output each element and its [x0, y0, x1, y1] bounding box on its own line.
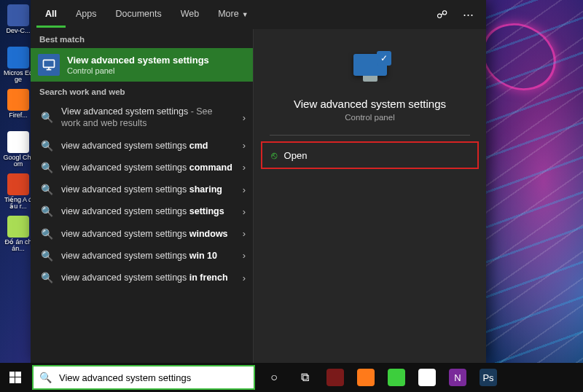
app-tile-icon: N: [449, 369, 466, 386]
search-results-list: Best match View advanced system settings…: [31, 29, 253, 363]
tab-label: More: [218, 9, 238, 19]
tab-label: All: [45, 9, 57, 19]
app-tile-icon: [357, 369, 375, 386]
search-icon: 🔍: [41, 272, 52, 283]
desktop-icon[interactable]: Googl Chrom: [3, 131, 34, 170]
app-icon: [7, 89, 29, 111]
taskbar-app-red[interactable]: [321, 363, 350, 392]
chevron-down-icon: ▼: [242, 11, 249, 18]
start-button[interactable]: [0, 363, 31, 392]
search-tabs: AllAppsDocumentsWebMore▼ ☍ ⋯: [31, 0, 486, 29]
desktop-icon[interactable]: Tiếng A đầu r...: [3, 173, 34, 213]
search-icon: 🔍: [41, 205, 52, 217]
tab-apps[interactable]: Apps: [67, 1, 106, 28]
taskbar-cortana[interactable]: ○: [259, 363, 289, 392]
desktop-icon[interactable]: Đồ án ch án...: [3, 216, 34, 255]
app-icon: [7, 216, 29, 238]
desktop-icon[interactable]: Dev-C...: [3, 4, 34, 44]
open-action[interactable]: ⎋ Open: [261, 141, 480, 169]
icon-label: Firef...: [9, 112, 28, 119]
app-icon: [7, 131, 29, 153]
app-icon: [7, 173, 29, 195]
search-icon: 🔍: [41, 140, 52, 152]
web-result-item[interactable]: 🔍 view advanced system settings windows …: [31, 223, 253, 245]
icon-label: Đồ án ch án...: [3, 239, 34, 252]
result-text: view advanced system settings settings: [61, 205, 234, 217]
more-options-icon[interactable]: ⋯: [455, 8, 480, 21]
preview-divider: [270, 135, 469, 136]
tab-label: Web: [181, 9, 199, 19]
svg-rect-4: [15, 377, 21, 383]
chevron-right-icon: ›: [243, 112, 246, 123]
search-icon: 🔍: [41, 162, 52, 173]
svg-rect-0: [44, 60, 55, 67]
chevron-right-icon: ›: [243, 140, 246, 151]
best-match-subtitle: Control panel: [67, 66, 209, 75]
preview-subtitle: Control panel: [345, 113, 394, 122]
result-text: view advanced system settings sharing: [61, 184, 234, 195]
web-result-item[interactable]: 🔍 View advanced system settings - See wo…: [31, 101, 253, 135]
section-web: Search work and web: [31, 82, 253, 101]
taskbar: 🔍 ○⧉NPs: [0, 363, 583, 392]
tab-all[interactable]: All: [36, 1, 66, 28]
result-preview-pane: ✓ View advanced system settings Control …: [253, 29, 486, 363]
web-result-item[interactable]: 🔍 view advanced system settings win 10 ›: [31, 245, 253, 267]
taskbar-app-icons: ○⧉NPs: [259, 363, 503, 392]
svg-rect-3: [9, 377, 15, 383]
best-match-title: View advanced system settings: [67, 55, 209, 66]
open-icon: ⎋: [271, 149, 277, 161]
system-settings-icon: [38, 54, 60, 76]
taskbar-onenote[interactable]: N: [443, 363, 472, 392]
desktop-icon[interactable]: Micros Edge: [3, 47, 34, 86]
section-best-match: Best match: [31, 29, 253, 48]
web-result-item[interactable]: 🔍 view advanced system settings sharing …: [31, 179, 253, 200]
taskbar-search-box[interactable]: 🔍: [32, 365, 255, 390]
web-result-item[interactable]: 🔍 view advanced system settings cmd ›: [31, 135, 253, 157]
svg-rect-1: [9, 372, 15, 377]
taskbar-photoshop[interactable]: Ps: [474, 363, 503, 392]
taskbar-chrome[interactable]: [412, 363, 442, 392]
desktop-icons-column: Dev-C...Micros EdgeFiref...Googl ChromTi…: [3, 4, 34, 258]
taskbar-taskview[interactable]: ⧉: [290, 363, 319, 392]
search-input[interactable]: [58, 372, 248, 384]
result-text: view advanced system settings win 10: [61, 250, 234, 262]
app-icon: [7, 47, 29, 68]
start-search-panel: AllAppsDocumentsWebMore▼ ☍ ⋯ Best match …: [31, 0, 486, 363]
search-icon: 🔍: [39, 372, 52, 383]
svg-rect-2: [15, 372, 21, 377]
feedback-icon[interactable]: ☍: [429, 8, 454, 21]
tab-documents[interactable]: Documents: [106, 1, 170, 28]
tab-web[interactable]: Web: [172, 1, 208, 28]
icon-label: Tiếng A đầu r...: [3, 197, 34, 210]
result-text: view advanced system settings command: [61, 162, 234, 173]
chevron-right-icon: ›: [243, 162, 246, 173]
tab-more[interactable]: More▼: [209, 1, 257, 28]
search-icon: 🔍: [41, 250, 52, 262]
preview-large-icon: ✓: [349, 54, 391, 85]
desktop-wallpaper: Dev-C...Micros EdgeFiref...Googl ChromTi…: [0, 0, 583, 392]
web-result-item[interactable]: 🔍 view advanced system settings command …: [31, 157, 253, 179]
tab-label: Documents: [115, 9, 161, 19]
web-result-item[interactable]: 🔍 view advanced system settings in frenc…: [31, 267, 253, 289]
web-result-item[interactable]: 🔍 view advanced system settings settings…: [31, 200, 253, 222]
taskbar-line[interactable]: [382, 363, 411, 392]
result-text: view advanced system settings windows: [61, 228, 234, 240]
chevron-right-icon: ›: [243, 250, 246, 261]
result-text: view advanced system settings cmd: [61, 140, 234, 152]
app-tile-icon: Ps: [480, 369, 497, 386]
icon-label: Dev-C...: [6, 28, 30, 34]
app-tile-icon: [388, 369, 405, 386]
chevron-right-icon: ›: [243, 206, 246, 217]
search-icon: 🔍: [41, 184, 52, 195]
icon-label: Googl Chrom: [3, 154, 34, 168]
chevron-right-icon: ›: [243, 184, 246, 195]
app-icon: [7, 4, 29, 26]
taskbar-firefox[interactable]: [351, 363, 380, 392]
chevron-right-icon: ›: [243, 273, 246, 283]
search-icon: 🔍: [41, 228, 52, 240]
result-text: View advanced system settings - See work…: [61, 106, 234, 130]
best-match-item[interactable]: View advanced system settings Control pa…: [31, 48, 253, 82]
icon-label: Micros Edge: [3, 70, 34, 83]
chevron-right-icon: ›: [243, 228, 246, 239]
desktop-icon[interactable]: Firef...: [3, 89, 34, 128]
